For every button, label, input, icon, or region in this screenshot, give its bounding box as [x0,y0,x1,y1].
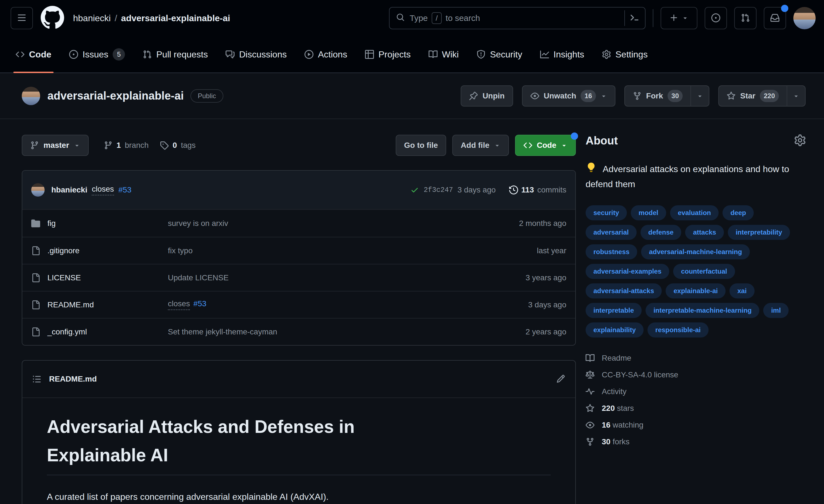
star-button[interactable]: Star 220 [718,85,787,107]
breadcrumb-repo[interactable]: adversarial-explainable-ai [121,13,230,23]
shield-icon [477,50,486,59]
commit-hash[interactable]: 2f3c247 [424,186,453,194]
issue-link[interactable]: #53 [193,299,206,310]
unwatch-button[interactable]: Unwatch 16 [522,85,615,107]
go-to-file-button[interactable]: Go to file [396,135,446,156]
inbox-icon [770,13,780,23]
topic-tag-interpretable-machine-learning[interactable]: interpretable-machine-learning [645,303,759,318]
issues-dashboard-button[interactable] [705,7,727,29]
topic-tag-attacks[interactable]: attacks [685,225,724,240]
file-name-link[interactable]: .gitignore [47,246,80,255]
file-name-link[interactable]: fig [47,219,56,228]
commit-message-link[interactable]: survey is on arxiv [168,219,228,228]
tab-projects[interactable]: Projects [356,36,420,73]
code-icon [16,50,24,59]
branch-selector-button[interactable]: master [22,135,89,156]
commit-author-avatar[interactable] [31,183,44,197]
commit-time[interactable]: 3 years ago [455,273,566,282]
repo-meta-stars[interactable]: 220 stars [586,404,806,413]
tab-issues[interactable]: Issues5 [60,36,134,73]
github-logo-icon[interactable] [41,6,64,30]
add-file-button[interactable]: Add file [452,135,509,156]
file-list: figsurvey is on arxiv2 months ago.gitign… [22,210,575,345]
user-avatar[interactable] [793,7,816,29]
comment-discussion-icon [226,50,234,59]
commit-time[interactable]: 2 years ago [455,327,566,336]
topic-tag-adversarial-examples[interactable]: adversarial-examples [586,264,669,279]
file-icon [31,327,40,336]
issue-opened-icon [69,50,78,59]
topic-tag-iml[interactable]: iml [763,303,789,318]
repo-content: master 1 branch 0 tags Go to file Add fi [0,119,824,504]
commit-message-link[interactable]: fix typo [168,246,193,255]
edit-readme-button[interactable] [556,374,565,384]
topic-tag-adversarial-attacks[interactable]: adversarial-attacks [586,283,662,298]
readme-intro: A curated list of papers concerning adve… [47,490,551,504]
commit-author[interactable]: hbaniecki [51,186,87,194]
commit-history-link[interactable]: 113 commits [509,186,566,194]
commit-time[interactable]: last year [455,246,566,255]
commit-message-link[interactable]: Update LICENSE [168,273,229,282]
commit-message-link[interactable]: closes [168,299,190,310]
file-name-link[interactable]: LICENSE [47,273,81,282]
topic-tag-evaluation[interactable]: evaluation [670,205,719,220]
history-icon [509,186,518,194]
tab-wiki[interactable]: Wiki [420,36,468,73]
tab-code[interactable]: Code [7,36,60,73]
breadcrumb-owner[interactable]: hbaniecki [73,13,111,23]
book-icon [429,50,437,59]
topic-tag-model[interactable]: model [631,205,666,220]
tags-link[interactable]: 0 tags [160,141,196,150]
outline-list-icon[interactable] [32,375,41,384]
code-button[interactable]: Code [515,135,576,156]
topic-tag-deep[interactable]: deep [722,205,754,220]
topic-tag-xai[interactable]: xai [729,283,754,298]
topic-tag-adversarial-machine-learning[interactable]: adversarial-machine-learning [641,244,749,260]
star-dropdown-button[interactable] [787,85,806,107]
topic-tag-explainability[interactable]: explainability [586,322,644,337]
tab-security[interactable]: Security [468,36,531,73]
repo-owner-avatar[interactable] [22,87,40,105]
fork-dropdown-button[interactable] [691,85,709,107]
topic-tag-explainable-ai[interactable]: explainable-ai [665,283,726,298]
topic-tag-security[interactable]: security [586,205,627,220]
fork-button[interactable]: Fork 30 [624,85,691,107]
commit-issue-link[interactable]: #53 [118,186,132,194]
commit-time[interactable]: 3 days ago [455,300,566,309]
readme-filename[interactable]: README.md [49,375,97,384]
repo-meta-cc-by-sa-4-0-license[interactable]: CC-BY-SA-4.0 license [586,371,806,379]
command-palette-button[interactable] [630,13,639,23]
file-name-link[interactable]: README.md [47,300,94,309]
topic-tag-interpretable[interactable]: interpretable [586,303,642,318]
unpin-button[interactable]: Unpin [461,85,513,107]
file-name-link[interactable]: _config.yml [47,327,87,336]
tab-settings[interactable]: Settings [593,36,657,73]
commit-message-link[interactable]: closes [92,185,114,196]
topic-tag-robustness[interactable]: robustness [586,244,637,260]
create-new-button[interactable] [660,7,697,29]
header-divider [653,9,653,27]
topic-tag-interpretability[interactable]: interpretability [728,225,790,240]
repo-meta-forks[interactable]: 30 forks [586,437,806,446]
commit-message-link[interactable]: Set theme jekyll-theme-cayman [168,327,277,336]
tab-actions[interactable]: Actions [296,36,356,73]
edit-repo-details-button[interactable] [794,134,806,147]
repo-title[interactable]: adversarial-explainable-ai [47,90,184,102]
tab-insights[interactable]: Insights [531,36,593,73]
tab-discussions[interactable]: Discussions [217,36,296,73]
search-input[interactable]: Type / to search [389,7,645,29]
tab-pull-requests[interactable]: Pull requests [134,36,217,73]
topic-tag-defense[interactable]: defense [640,225,682,240]
topic-tag-adversarial[interactable]: adversarial [586,225,637,240]
hamburger-menu-button[interactable] [11,7,33,29]
commit-time[interactable]: 2 months ago [455,219,566,228]
repo-meta-activity[interactable]: Activity [586,387,806,396]
branches-link[interactable]: 1 branch [104,141,148,150]
repo-meta-watching[interactable]: 16 watching [586,421,806,429]
inbox-button[interactable] [764,7,786,29]
topic-tag-counterfactual[interactable]: counterfactual [673,264,735,279]
pulse-icon [586,387,595,396]
pull-requests-dashboard-button[interactable] [734,7,756,29]
topic-tag-responsible-ai[interactable]: responsible-ai [647,322,709,337]
repo-meta-readme[interactable]: Readme [586,354,806,363]
